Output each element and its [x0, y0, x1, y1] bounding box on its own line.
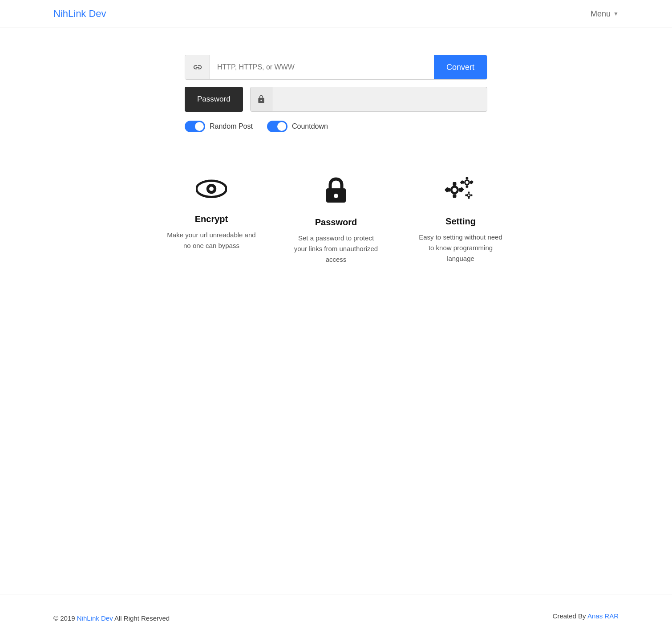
random-post-toggle[interactable] — [185, 121, 205, 132]
footer-creator-link[interactable]: Anas RAR — [587, 612, 619, 620]
lock-icon-box — [251, 87, 272, 111]
feature-password: Password Set a password to protect your … — [291, 177, 381, 265]
countdown-slider — [267, 121, 287, 132]
svg-rect-8 — [453, 194, 456, 198]
convert-button[interactable]: Convert — [434, 55, 487, 79]
countdown-toggle[interactable] — [267, 121, 287, 132]
lock-feature-icon — [324, 177, 348, 208]
svg-point-2 — [209, 187, 214, 191]
footer-suffix-text: All Right Reserved — [114, 614, 170, 622]
toggle-row: Random Post Countdown — [185, 121, 487, 132]
url-input-row: Convert — [185, 55, 487, 80]
footer-brand-link[interactable]: NihLink Dev — [77, 614, 113, 622]
svg-rect-27 — [468, 192, 470, 194]
feature-encrypt: Encrypt Make your url unreadable and no … — [167, 177, 256, 265]
svg-rect-28 — [468, 197, 470, 199]
url-input[interactable] — [210, 55, 434, 79]
svg-rect-30 — [465, 195, 467, 196]
svg-rect-17 — [466, 177, 469, 180]
random-post-slider — [185, 121, 205, 132]
footer-left: © 2019 NihLink Dev All Right Reserved — [53, 612, 170, 624]
eye-icon — [196, 177, 227, 205]
svg-rect-29 — [470, 195, 472, 196]
svg-rect-18 — [466, 185, 469, 188]
menu-button[interactable]: Menu ▼ — [591, 9, 619, 19]
gear-feature-icon — [445, 177, 477, 207]
main-content: Convert Password Random Post — [0, 28, 672, 594]
header-logo[interactable]: NihLink Dev — [53, 8, 106, 20]
link-icon-box — [185, 55, 210, 79]
encrypt-title: Encrypt — [195, 214, 228, 224]
encrypt-desc: Make your url unreadable and no one can … — [167, 230, 256, 251]
password-input-box — [250, 87, 487, 112]
setting-feature-desc: Easy to setting without need to know pro… — [416, 232, 505, 264]
feature-setting: Setting Easy to setting without need to … — [416, 177, 505, 265]
password-input[interactable] — [272, 96, 487, 103]
menu-label: Menu — [591, 9, 611, 19]
footer-right: Created By Anas RAR — [553, 612, 619, 620]
footer: © 2019 NihLink Dev All Right Reserved Cr… — [0, 594, 672, 642]
countdown-toggle-item: Countdown — [267, 121, 328, 132]
link-icon — [193, 62, 202, 72]
random-post-label: Random Post — [210, 122, 253, 130]
password-toggle-button[interactable]: Password — [185, 87, 243, 112]
svg-point-6 — [453, 188, 457, 192]
chevron-down-icon: ▼ — [613, 11, 619, 17]
svg-rect-14 — [458, 187, 463, 192]
features-section: Encrypt Make your url unreadable and no … — [154, 177, 518, 265]
password-row: Password — [185, 87, 487, 112]
header: NihLink Dev Menu ▼ — [0, 0, 672, 28]
password-feature-title: Password — [315, 217, 357, 228]
svg-point-4 — [334, 194, 338, 198]
svg-point-16 — [466, 181, 468, 184]
password-feature-desc: Set a password to protect your links fro… — [291, 233, 381, 265]
setting-feature-title: Setting — [445, 216, 476, 227]
svg-point-26 — [468, 195, 470, 196]
url-section: Convert Password Random Post — [185, 55, 487, 132]
lock-icon — [257, 95, 266, 104]
footer-copyright: © 2019 — [53, 614, 75, 622]
footer-created-by: Created By — [553, 612, 586, 620]
svg-rect-7 — [453, 182, 456, 186]
random-post-toggle-item: Random Post — [185, 121, 253, 132]
countdown-label: Countdown — [292, 122, 328, 130]
